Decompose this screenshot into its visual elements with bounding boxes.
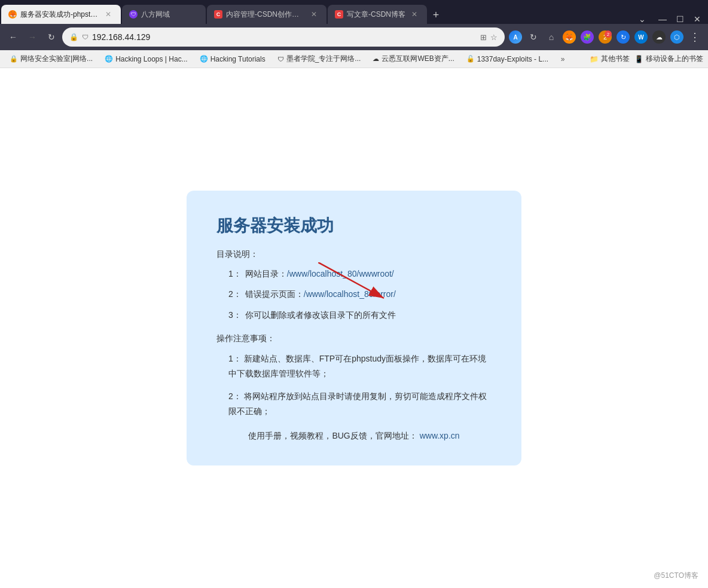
dir-item-3-text: 你可以删除或者修改该目录下的所有文件 [245,308,396,321]
dir-item-2-num: 2： [228,287,242,301]
tab-favicon-4: C [335,10,343,19]
extensions-icon[interactable]: 🧩 [579,29,596,45]
tab-overflow-button[interactable]: ⌄ [633,14,651,24]
notifications-icon[interactable]: 2 2 [597,29,614,45]
mobile-bookmarks-folder[interactable]: 📱 移动设备上的书签 [634,54,703,64]
op-item-1-num: 1： [228,354,242,363]
bookmark-6[interactable]: 🔓 1337day-Exploits - L... [462,54,553,65]
page-title: 服务器安装成功 [216,215,492,237]
bookmark-star-icon[interactable]: ☆ [490,33,498,42]
bookmark-favicon-6: 🔓 [466,55,475,63]
operations-section: 操作注意事项： 1： 新建站点、数据库、FTP可在phpstudy面板操作，数据… [216,333,492,419]
bookmark-label-6: 1337day-Exploits - L... [477,55,548,63]
dir-item-1-num: 1： [228,267,242,280]
bookmark-2[interactable]: 🌐 Hacking Loops | Hac... [100,54,193,65]
other-bookmarks-folder[interactable]: 📁 其他书签 [590,54,630,64]
arrow-annotation [318,262,390,310]
tab-title-1: 服务器安装成功-phpstudy for linu [20,10,99,20]
maximize-button[interactable]: ☐ [676,14,684,24]
tab-favicon-2: 🛡 [129,10,138,19]
tab-title-2: 八方网域 [141,10,199,20]
bookmark-favicon-4: 🛡 [277,56,284,63]
bookmark-favicon-2: 🌐 [105,55,113,63]
tab-title-3: 内容管理-CSDN创作中心 [226,10,305,20]
page-content: 服务器安装成功 目录说明： 1： 网站目录： /www/localhost_80… [0,68,708,588]
address-shield-icon: 🛡 [82,33,89,41]
home-icon[interactable]: ⌂ [543,29,560,45]
directory-section-title: 目录说明： [216,249,492,260]
dir-item-3: 3： 你可以删除或者修改该目录下的所有文件 [228,308,492,321]
notification-badge: 2 [605,30,612,38]
dir-item-2-text: 错误提示页面： [245,287,304,301]
dir-item-3-num: 3： [228,308,242,321]
lock-icon: 🔒 [69,33,78,41]
bookmark-label-1: 网络安全实验室|网络... [20,54,93,64]
browser-chrome: 🦊 服务器安装成功-phpstudy for linu ✕ 🛡 八方网域 C 内… [0,0,708,68]
address-icons: ⊞ ☆ [480,33,498,42]
op-item-2-num: 2： [228,391,242,401]
close-button[interactable]: ✕ [694,14,701,24]
mobile-bookmarks-label: 移动设备上的书签 [646,54,703,64]
footer-link[interactable]: www.xp.cn [420,431,460,440]
bookmark-5[interactable]: ☁ 云悉互联网WEB资产... [368,53,459,65]
bookmark-label-3: Hacking Tutorials [210,55,266,63]
mobile-icon: 📱 [634,55,643,63]
tab-close-4[interactable]: ✕ [409,9,420,20]
address-bar[interactable]: 🔒 🛡 192.168.44.129 ⊞ ☆ [62,27,505,47]
tab-close-1[interactable]: ✕ [103,9,114,20]
new-tab-button[interactable]: + [427,6,445,24]
back-button[interactable]: ← [5,29,22,45]
menu-button[interactable]: ⋮ [686,29,703,45]
minimize-button[interactable]: — [658,14,667,24]
op-item-1-text: 新建站点、数据库、FTP可在phpstudy面板操作，数据库可在环境中下载数据库… [228,354,486,378]
bookmark-label-4: 墨者学院_专注于网络... [286,54,361,64]
folder-icon: 📁 [590,55,599,63]
bookmark-3[interactable]: 🌐 Hacking Tutorials [195,54,270,65]
navigation-bar: ← → ↻ 🔒 🛡 192.168.44.129 ⊞ ☆ A ↻ ⌂ 🦊 [0,24,708,50]
tab-favicon-3: C [214,10,222,19]
qr-icon[interactable]: ⊞ [480,33,487,42]
nav-right-icons: A ↻ ⌂ 🦊 🧩 2 2 ↻ W ☁ [507,29,703,45]
window-controls: — ☐ ✕ [651,14,708,24]
operations-item-2: 2： 将网站程序放到站点目录时请使用复制，剪切可能造成程序文件权限不正确； [228,389,492,419]
server-success-card: 服务器安装成功 目录说明： 1： 网站目录： /www/localhost_80… [187,191,521,466]
bookmark-4[interactable]: 🛡 墨者学院_专注于网络... [273,53,366,65]
sync-icon[interactable]: ↻ [615,29,631,45]
bookmarks-overflow-button[interactable]: » [556,52,570,66]
tab-bar: 🦊 服务器安装成功-phpstudy for linu ✕ 🛡 八方网域 C 内… [0,0,708,24]
op-item-2-text: 将网站程序放到站点目录时请使用复制，剪切可能造成程序文件权限不正确； [228,391,487,416]
bookmark-favicon-1: 🔒 [10,55,18,63]
bookmark-label-2: Hacking Loops | Hac... [115,55,188,63]
address-text: 192.168.44.129 [92,32,477,42]
bing-icon[interactable]: W [633,29,649,45]
operations-title: 操作注意事项： [216,333,492,344]
cloud-icon[interactable]: ☁ [651,29,667,45]
bookmarks-bar: 🔒 网络安全实验室|网络... 🌐 Hacking Loops | Hac...… [0,50,708,68]
reload-nav-icon[interactable]: ↻ [525,29,542,45]
reload-button[interactable]: ↻ [43,29,60,45]
another-icon[interactable]: ⬡ [669,29,685,45]
firefox-icon[interactable]: 🦊 [561,29,578,45]
bookmark-label-5: 云悉互联网WEB资产... [382,54,454,64]
tab-4[interactable]: C 写文章-CSDN博客 ✕ [328,5,427,24]
bookmark-favicon-5: ☁ [373,55,379,63]
bookmarks-right: 📁 其他书签 📱 移动设备上的书签 [590,54,703,64]
svg-line-1 [318,262,384,298]
card-footer: 使用手册，视频教程，BUG反馈，官网地址： www.xp.cn [216,431,492,442]
watermark: @51CTO博客 [654,571,698,581]
tab-2[interactable]: 🛡 八方网域 [122,5,206,24]
tab-active[interactable]: 🦊 服务器安装成功-phpstudy for linu ✕ [1,5,121,24]
tab-favicon-1: 🦊 [8,10,17,19]
forward-button[interactable]: → [24,29,41,45]
other-bookmarks-label: 其他书签 [601,54,630,64]
dir-item-1-text: 网站目录： [245,267,287,280]
profile-icon[interactable]: A [507,29,524,45]
operations-item-1: 1： 新建站点、数据库、FTP可在phpstudy面板操作，数据库可在环境中下载… [228,351,492,381]
bookmark-1[interactable]: 🔒 网络安全实验室|网络... [5,53,97,65]
bookmark-favicon-3: 🌐 [200,55,208,63]
tab-3[interactable]: C 内容管理-CSDN创作中心 ✕ [207,5,326,24]
tab-close-3[interactable]: ✕ [309,9,319,20]
footer-text: 使用手册，视频教程，BUG反馈，官网地址： [248,431,417,440]
tab-title-4: 写文章-CSDN博客 [347,10,405,20]
